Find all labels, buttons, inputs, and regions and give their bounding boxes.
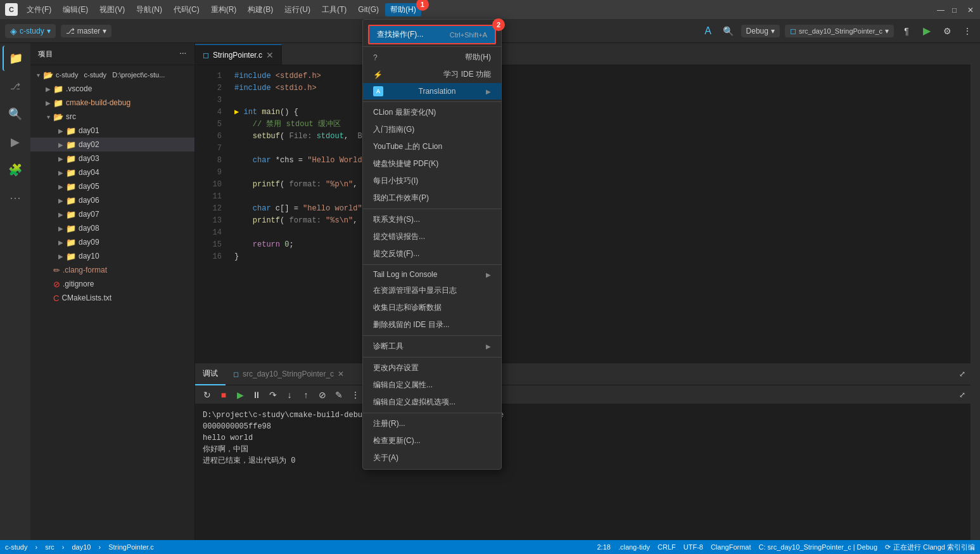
settings-icon-btn[interactable]: ⚙ xyxy=(939,23,955,39)
close-button[interactable]: ✕ xyxy=(967,6,975,13)
menu-register[interactable]: 注册(R)... xyxy=(363,415,501,432)
tree-item-day03[interactable]: ▶ 📁 day03 xyxy=(30,151,194,165)
status-encoding[interactable]: UTF-8 xyxy=(684,543,703,552)
tree-item-day01[interactable]: ▶ 📁 day01 xyxy=(30,124,194,138)
search-icon-btn[interactable]: 🔍 xyxy=(721,23,736,39)
translate-icon-btn[interactable]: A xyxy=(701,23,716,39)
tree-item-src[interactable]: ▾ 📂 src xyxy=(30,110,194,124)
menu-contact-support[interactable]: 联系支持(S)... xyxy=(363,211,501,228)
menu-collect-logs[interactable]: 收集日志和诊断数据 xyxy=(363,299,501,316)
activity-plugins-icon[interactable]: 🧩 xyxy=(3,157,28,183)
minimize-button[interactable]: — xyxy=(937,6,945,13)
format-icon-btn[interactable]: ¶ xyxy=(899,23,914,39)
debug-stop2-btn[interactable]: ⊘ xyxy=(315,388,329,402)
debug-step-over-btn[interactable]: ↷ xyxy=(266,388,280,402)
menu-translation[interactable]: A Translation ▶ xyxy=(363,83,501,100)
tree-item-day02[interactable]: ▶ 📁 day02 xyxy=(30,138,194,151)
menu-tools[interactable]: 工具(T) xyxy=(317,3,352,16)
menu-keyboard-pdf[interactable]: 键盘快捷键 PDF(K) xyxy=(363,155,501,172)
status-line-ending[interactable]: CRLF xyxy=(658,543,676,552)
menu-edit[interactable]: 编辑(E) xyxy=(58,3,93,16)
status-formatter[interactable]: ClangFormat xyxy=(711,543,751,552)
menu-submit-bug[interactable]: 提交错误报告... xyxy=(363,228,501,245)
debug-tab-close-icon[interactable]: ✕ xyxy=(338,363,344,385)
tree-item-day07[interactable]: ▶ 📁 day07 xyxy=(30,207,194,221)
menu-help-item[interactable]: ? 帮助(H) xyxy=(363,49,501,66)
menu-edit-properties[interactable]: 编辑自定义属性... xyxy=(363,377,501,394)
code-area[interactable]: #include <stddef.h> #include <stdio.h> ▶… xyxy=(227,65,970,363)
menu-edit-vm-options[interactable]: 编辑自定义虚拟机选项... xyxy=(363,394,501,411)
menu-youtube[interactable]: YouTube 上的 CLion xyxy=(363,138,501,155)
menu-navigate[interactable]: 导航(N) xyxy=(131,3,167,16)
status-project[interactable]: c-study xyxy=(5,543,27,551)
menu-diagnostic-tools[interactable]: 诊断工具 ▶ xyxy=(363,338,501,355)
find-action-item[interactable]: 查找操作(F)... Ctrl+Shift+A 2 xyxy=(368,25,496,44)
tree-item-clang-format[interactable]: ✏ .clang-format xyxy=(30,263,194,277)
editor-content[interactable]: 1 2 3 4 5 6 7 8 9 10 11 12 13 14 15 16 #… xyxy=(195,65,970,363)
menu-clion-changes[interactable]: CLion 最新变化(N) xyxy=(363,104,501,121)
tree-item-gitignore[interactable]: ⊘ .gitignore xyxy=(30,277,194,291)
branch-selector[interactable]: ⎇ master ▾ xyxy=(61,25,112,37)
editor-tab-stringpointer[interactable]: ◻ StringPointer.c ✕ xyxy=(195,44,282,65)
debug-stop-btn[interactable]: ■ xyxy=(217,388,231,402)
activity-vcs-icon[interactable]: ⎇ xyxy=(3,74,28,99)
debug-refresh-btn[interactable]: ↻ xyxy=(200,388,214,402)
status-position[interactable]: 2:18 xyxy=(597,543,610,552)
menu-build[interactable]: 构建(B) xyxy=(243,3,278,16)
tree-item-day05[interactable]: ▶ 📁 day05 xyxy=(30,179,194,193)
tree-item-day06[interactable]: ▶ 📁 day06 xyxy=(30,193,194,207)
menu-check-updates[interactable]: 检查更新(C)... xyxy=(363,432,501,449)
tab-close-icon[interactable]: ✕ xyxy=(266,50,274,60)
tree-item-cstudyroot[interactable]: ▾ 📂 c-study c-study D:\project\c-stu... xyxy=(30,68,194,82)
tree-item-vscode[interactable]: ▶ 📁 .vscode xyxy=(30,82,194,96)
maximize-button[interactable]: □ xyxy=(952,6,960,13)
debug-step-out-btn[interactable]: ↑ xyxy=(299,388,313,402)
config-selector[interactable]: Debug ▾ xyxy=(741,25,780,37)
status-linting[interactable]: .clang-tidy xyxy=(618,543,650,552)
debug-tab-file[interactable]: ◻ src_day10_StringPointer_c ✕ xyxy=(226,363,352,385)
menu-change-memory[interactable]: 更改内存设置 xyxy=(363,359,501,377)
activity-more-icon[interactable]: ⋯ xyxy=(3,185,28,210)
debug-step-into-btn[interactable]: ↓ xyxy=(283,388,296,402)
tree-item-cmake[interactable]: C CMakeLists.txt xyxy=(30,291,194,305)
menu-view[interactable]: 视图(V) xyxy=(94,3,130,16)
debug-expand-icon[interactable]: ⤢ xyxy=(959,370,970,378)
debug-pause-btn[interactable]: ⏸ xyxy=(250,388,264,402)
menu-productivity[interactable]: 我的工作效率(P) xyxy=(363,190,501,207)
menu-file[interactable]: 文件(F) xyxy=(22,3,56,16)
menu-git[interactable]: Git(G) xyxy=(353,4,384,15)
status-context[interactable]: C: src_day10_StringPointer_c | Debug xyxy=(759,543,878,552)
status-day10[interactable]: day10 xyxy=(72,543,91,551)
more-icon-btn[interactable]: ⋮ xyxy=(960,23,975,39)
menu-show-log-explorer[interactable]: 在资源管理器中显示日志 xyxy=(363,282,501,299)
menu-code[interactable]: 代码(C) xyxy=(169,3,205,16)
tree-item-day09[interactable]: ▶ 📁 day09 xyxy=(30,235,194,249)
activity-project-icon[interactable]: 📁 xyxy=(3,46,28,71)
project-selector[interactable]: ◈ c-study ▾ xyxy=(5,24,56,38)
menu-tail-log[interactable]: Tail Log in Console ▶ xyxy=(363,267,501,282)
debug-resume-btn[interactable]: ▶ xyxy=(233,388,247,402)
activity-run-icon[interactable]: ▶ xyxy=(3,129,28,155)
menu-refactor[interactable]: 重构(R) xyxy=(206,3,242,16)
status-src[interactable]: src xyxy=(45,543,54,551)
menu-daily-tips[interactable]: 每日小技巧(I) xyxy=(363,172,501,190)
tree-item-day04[interactable]: ▶ 📁 day04 xyxy=(30,165,194,179)
menu-submit-feedback[interactable]: 提交反馈(F)... xyxy=(363,245,501,262)
menu-learn-ide[interactable]: ⚡ 学习 IDE 功能 xyxy=(363,66,501,83)
menu-getting-started[interactable]: 入门指南(G) xyxy=(363,121,501,138)
run-button[interactable]: ▶ xyxy=(919,23,934,39)
debug-edit-btn[interactable]: ✎ xyxy=(332,388,346,402)
activity-search-icon[interactable]: 🔍 xyxy=(3,101,28,127)
sidebar-options-icon[interactable]: ⋯ xyxy=(179,50,187,58)
debug-tab-debug[interactable]: 调试 xyxy=(195,363,226,385)
tree-item-day08[interactable]: ▶ 📁 day08 xyxy=(30,221,194,235)
menu-delete-ide-dirs[interactable]: 删除残留的 IDE 目录... xyxy=(363,316,501,333)
tree-item-cmake-build[interactable]: ▶ 📁 cmake-build-debug xyxy=(30,96,194,110)
menu-help[interactable]: 帮助(H) 1 xyxy=(385,3,421,16)
status-file[interactable]: StringPointer.c xyxy=(108,543,154,551)
menu-run[interactable]: 运行(U) xyxy=(279,3,315,16)
file-selector[interactable]: ◻ src_day10_StringPointer_c ▾ xyxy=(785,25,894,37)
debug-more-btn[interactable]: ⋮ xyxy=(348,388,362,402)
tree-item-day10[interactable]: ▶ 📁 day10 xyxy=(30,249,194,263)
debug-expand2-icon[interactable]: ⤢ xyxy=(959,390,965,399)
